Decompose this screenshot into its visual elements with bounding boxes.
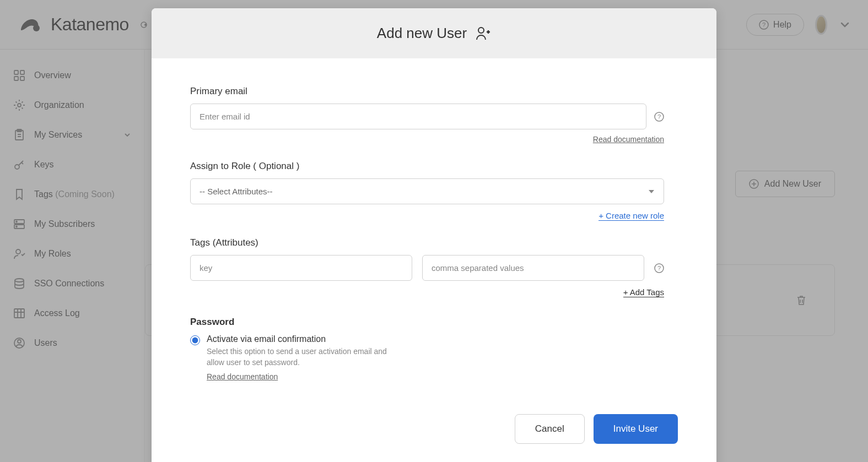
primary-email-input[interactable]	[190, 104, 646, 129]
activate-email-option[interactable]: Activate via email confirmation Select t…	[190, 334, 664, 381]
radio-label: Activate via email confirmation	[207, 334, 664, 344]
cancel-button[interactable]: Cancel	[515, 414, 585, 444]
modal-footer: Cancel Invite User	[152, 403, 716, 462]
password-section: Password Activate via email confirmation…	[190, 317, 664, 381]
user-plus-icon	[475, 26, 491, 41]
tag-value-input[interactable]	[422, 255, 644, 281]
svg-text:?: ?	[657, 265, 661, 271]
primary-email-group: Primary email ? Read documentation	[190, 86, 664, 144]
email-documentation-link[interactable]: Read documentation	[593, 135, 664, 144]
help-icon[interactable]: ?	[654, 263, 664, 273]
tag-key-input[interactable]	[190, 255, 412, 281]
help-icon[interactable]: ?	[654, 112, 664, 122]
radio-description: Select this option to send a user activa…	[207, 346, 394, 368]
invite-user-button[interactable]: Invite User	[594, 414, 678, 444]
role-group: Assign to Role ( Optional ) -- Select At…	[190, 161, 664, 221]
svg-point-23	[478, 28, 484, 33]
svg-text:?: ?	[657, 113, 661, 120]
create-new-role-link[interactable]: + Create new role	[599, 211, 664, 221]
primary-email-label: Primary email	[190, 86, 664, 97]
modal-header: Add new User	[152, 8, 716, 58]
role-label: Assign to Role ( Optional )	[190, 161, 664, 172]
password-documentation-link[interactable]: Read documentation	[207, 372, 664, 381]
modal-body: Primary email ? Read documentation A	[152, 58, 716, 403]
modal-title: Add new User	[377, 25, 467, 42]
tags-group: Tags (Attributes) ? + Add Tags	[190, 237, 664, 297]
modal-overlay[interactable]: Add new User Primary email ?	[0, 0, 868, 462]
tags-label: Tags (Attributes)	[190, 237, 664, 248]
add-tags-link[interactable]: + Add Tags	[623, 287, 664, 297]
password-label: Password	[190, 317, 664, 328]
activate-email-radio[interactable]	[190, 335, 200, 345]
role-select[interactable]: -- Select Attributes--	[190, 178, 664, 204]
add-user-modal: Add new User Primary email ?	[152, 8, 716, 462]
